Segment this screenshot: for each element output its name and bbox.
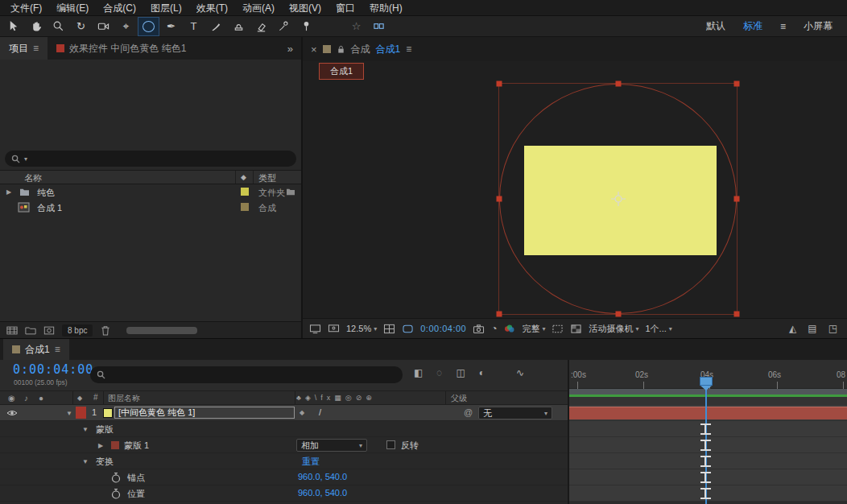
layer-name[interactable]: [中间色黄色 纯色 1] [114,407,295,419]
close-icon[interactable]: × [311,43,317,56]
video-column-icon[interactable]: ◉ [8,394,15,403]
transform-reset-link[interactable]: 重置 [302,456,320,468]
clone-stamp-tool[interactable] [229,18,249,35]
interpret-footage-icon[interactable] [6,325,18,336]
layer-name-column[interactable]: 图层名称 [108,393,140,404]
pen-tool[interactable]: ✒ [161,18,181,35]
graph-editor-icon[interactable]: ∿ [516,367,524,378]
label-color-swatch[interactable] [241,188,249,196]
snapshot-icon[interactable] [473,324,485,334]
layer-expander[interactable]: ▼ [66,410,72,417]
handle-bottom-center[interactable] [615,312,621,317]
selection-tool[interactable] [3,18,23,35]
puppet-pin-tool[interactable] [296,18,316,35]
menu-layer[interactable]: 图层(L) [143,0,189,16]
mask-name[interactable]: 蒙版 1 [124,440,149,452]
hand-tool[interactable] [26,18,46,35]
flowchart-button-icon[interactable]: ◳ [828,323,837,334]
menu-edit[interactable]: 编辑(E) [49,0,96,16]
column-divider[interactable] [235,171,236,184]
project-row-comp[interactable]: 合成 1 合成 [0,200,301,215]
workspace-small-screen[interactable]: 小屏幕 [804,19,833,33]
star-icon[interactable]: ☆ [346,18,366,35]
workspace-standard[interactable]: 标准 [743,19,762,33]
active-comp-name[interactable]: 合成1 [376,43,401,56]
mask-row[interactable]: ▶ 蒙版 1 相加 ▾ 反转 [0,437,568,453]
timeline-track-area[interactable]: :00s 02s 04s 06s 08 [569,360,847,504]
panel-menu-icon[interactable]: ≡ [33,43,39,54]
position-label[interactable]: 位置 [127,488,145,500]
handle-top-center[interactable] [615,81,621,87]
shy-icon[interactable]: ◌ [436,367,442,378]
lock-icon[interactable] [337,44,345,54]
shy-switch[interactable]: ◆ [300,409,304,416]
menu-window[interactable]: 窗口 [328,0,362,16]
eye-icon[interactable] [6,409,18,417]
channels-icon[interactable] [503,324,515,334]
panel-title[interactable]: 合成 [351,43,370,56]
solo-column-icon[interactable]: ● [39,394,43,403]
menu-view[interactable]: 视图(V) [282,0,328,16]
resolution-dropdown[interactable]: 完整 ▾ [522,323,545,335]
comp-nav-tab[interactable]: 合成1 [319,63,364,80]
transparency-grid-icon[interactable] [570,324,582,334]
stopwatch-icon[interactable] [111,472,121,483]
pick-whip-icon[interactable]: @ [464,407,473,417]
anchor-point-label[interactable]: 锚点 [127,472,145,484]
mask-expander[interactable]: ▶ [98,442,103,449]
project-search-input[interactable]: ▾ [5,151,296,167]
layer-track-row[interactable] [569,405,847,421]
layer-label-chip[interactable] [76,407,86,419]
fast-previews-icon[interactable]: ◭ [789,323,796,334]
grid-guides-icon[interactable] [383,324,395,334]
tab-effect-controls[interactable]: 效果控件 中间色黄色 纯色1 [48,37,195,60]
mask-mode-dropdown[interactable]: 相加 ▾ [296,439,367,452]
main-viewer-icon[interactable] [328,324,340,334]
transform-group-row[interactable]: ▼ 变换 重置 [0,453,568,469]
brush-tool[interactable] [206,18,226,35]
workspace-menu-icon[interactable]: ≡ [780,21,786,32]
new-composition-icon[interactable] [43,325,55,336]
show-snapshot-icon[interactable]: ◔ [491,323,497,334]
zoom-tool[interactable] [48,18,68,35]
magnification-dropdown[interactable]: 12.5% ▾ [346,324,377,333]
column-type[interactable]: 类型 [258,172,276,184]
timeline-tab[interactable]: 合成1 ≡ [3,339,69,360]
quality-switch[interactable]: / [319,407,321,417]
position-row[interactable]: 位置 960.0, 540.0 [0,485,568,502]
anchor-point-value[interactable]: 960.0, 540.0 [298,472,347,481]
handle-top-left[interactable] [497,81,502,87]
horizontal-scrollbar[interactable] [126,327,197,334]
eraser-tool[interactable] [251,18,271,35]
mask-color-chip[interactable] [111,441,119,449]
rotation-tool[interactable]: ↻ [71,18,91,35]
panel-menu-icon[interactable]: ≡ [55,344,60,355]
layer-duration-bar[interactable] [569,407,847,419]
region-of-interest-icon[interactable] [552,324,564,334]
timeline-button-icon[interactable]: ▤ [808,323,816,334]
group-expander[interactable]: ▼ [82,458,89,465]
motion-blur-icon[interactable]: ◐ [479,367,485,378]
panel-menu-icon[interactable]: ≡ [406,43,411,55]
handle-bottom-right[interactable] [734,312,740,317]
column-name[interactable]: 名称 [24,172,42,184]
ellipse-shape-tool[interactable] [138,18,159,35]
audio-column-icon[interactable]: ♪ [24,394,28,403]
frame-blend-icon[interactable]: ◫ [456,367,465,378]
group-expander[interactable]: ▼ [82,426,89,433]
camera-tool[interactable] [93,18,114,35]
mask-invert-checkbox[interactable] [386,440,395,449]
handle-bottom-left[interactable] [497,312,502,317]
pan-behind-tool[interactable]: ⌖ [116,18,136,35]
mask-visibility-icon[interactable] [402,324,414,334]
masks-group-row[interactable]: ▼ 蒙版 [0,421,568,437]
label-color-swatch[interactable] [241,203,249,211]
preview-monitor-icon[interactable] [309,324,321,334]
expand-icon[interactable]: ▶ [6,188,11,196]
timeline-search-input[interactable] [90,366,403,383]
column-divider[interactable] [253,171,254,184]
mini-flowchart-icon[interactable]: ◧ [414,367,423,378]
view-layout-dropdown[interactable]: 1个... ▾ [646,323,672,335]
current-timecode[interactable]: 0:00:04:00 [13,362,93,377]
position-value[interactable]: 960.0, 540.0 [298,488,347,498]
